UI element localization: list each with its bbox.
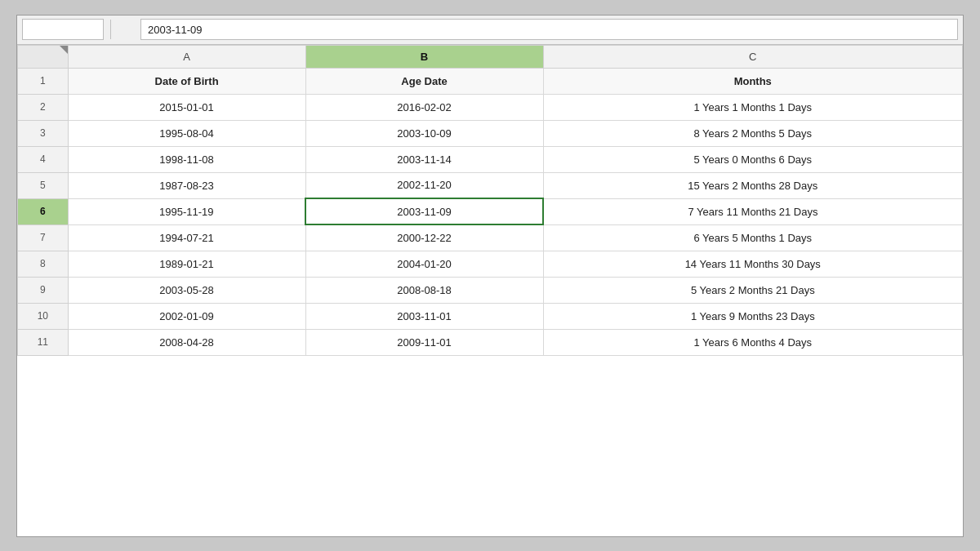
col-a-cell[interactable]: 1998-11-08: [68, 146, 305, 172]
col-c-cell[interactable]: 1 Years 6 Months 4 Days: [543, 329, 962, 355]
col-b-cell[interactable]: 2003-11-01: [305, 303, 543, 329]
table-row: 31995-08-042003-10-098 Years 2 Months 5 …: [18, 120, 963, 146]
col-b-cell[interactable]: 2008-08-18: [305, 277, 543, 303]
table-row: 92003-05-282008-08-185 Years 2 Months 21…: [18, 277, 963, 303]
row-number: 4: [18, 146, 69, 172]
col-a-cell[interactable]: 1989-01-21: [68, 251, 305, 277]
table-row: 61995-11-192003-11-097 Years 11 Months 2…: [18, 198, 963, 224]
row-number: 8: [18, 251, 69, 277]
col-b-cell[interactable]: 2000-12-22: [305, 224, 543, 251]
col-b-cell[interactable]: 2009-11-01: [305, 329, 543, 355]
col-c-cell[interactable]: 5 Years 2 Months 21 Days: [543, 277, 962, 303]
col-c-cell[interactable]: 1 Years 1 Months 1 Days: [543, 94, 962, 120]
row-number: 9: [18, 277, 69, 303]
col-a-cell[interactable]: 1995-08-04: [68, 120, 305, 146]
spreadsheet-body: 1Date of BirthAge DateMonths22015-01-012…: [18, 68, 963, 355]
spreadsheet-area: A B C 1Date of BirthAge DateMonths22015-…: [17, 45, 963, 536]
row-number: 6: [18, 198, 69, 224]
col-a-cell[interactable]: 2008-04-28: [68, 329, 305, 355]
col-header-c[interactable]: C: [543, 45, 962, 68]
table-row: 112008-04-282009-11-011 Years 6 Months 4…: [18, 329, 963, 355]
table-row: 102002-01-092003-11-011 Years 9 Months 2…: [18, 303, 963, 329]
table-row: 1Date of BirthAge DateMonths: [18, 68, 963, 94]
col-c-cell[interactable]: Months: [543, 68, 962, 94]
excel-window: A B C 1Date of BirthAge DateMonths22015-…: [16, 15, 964, 537]
cell-reference-box[interactable]: [22, 19, 104, 40]
col-b-cell[interactable]: Age Date: [305, 68, 543, 94]
col-a-cell[interactable]: 2015-01-01: [68, 94, 305, 120]
col-a-cell[interactable]: Date of Birth: [68, 68, 305, 94]
table-row: 22015-01-012016-02-021 Years 1 Months 1 …: [18, 94, 963, 120]
col-c-cell[interactable]: 7 Years 11 Months 21 Days: [543, 198, 962, 224]
formula-bar-separator: [110, 20, 111, 39]
col-b-cell[interactable]: 2002-11-20: [305, 172, 543, 198]
column-header-row: A B C: [18, 45, 963, 68]
col-a-cell[interactable]: 1995-11-19: [68, 198, 305, 224]
row-number: 3: [18, 120, 69, 146]
col-c-cell[interactable]: 1 Years 9 Months 23 Days: [543, 303, 962, 329]
col-a-cell[interactable]: 1994-07-21: [68, 224, 305, 251]
col-b-cell[interactable]: 2003-11-09: [305, 198, 543, 224]
formula-bar: [17, 16, 963, 45]
col-b-cell[interactable]: 2003-10-09: [305, 120, 543, 146]
row-number: 11: [18, 329, 69, 355]
spreadsheet-table: A B C 1Date of BirthAge DateMonths22015-…: [17, 45, 963, 356]
table-row: 41998-11-082003-11-145 Years 0 Months 6 …: [18, 146, 963, 172]
col-b-cell[interactable]: 2004-01-20: [305, 251, 543, 277]
formula-input[interactable]: [140, 19, 958, 40]
col-a-cell[interactable]: 2002-01-09: [68, 303, 305, 329]
row-number: 2: [18, 94, 69, 120]
col-header-b[interactable]: B: [305, 45, 543, 68]
row-number: 1: [18, 68, 69, 94]
col-c-cell[interactable]: 15 Years 2 Months 28 Days: [543, 172, 962, 198]
table-row: 71994-07-212000-12-226 Years 5 Months 1 …: [18, 224, 963, 251]
col-c-cell[interactable]: 14 Years 11 Months 30 Days: [543, 251, 962, 277]
table-row: 51987-08-232002-11-2015 Years 2 Months 2…: [18, 172, 963, 198]
col-c-cell[interactable]: 8 Years 2 Months 5 Days: [543, 120, 962, 146]
col-b-cell[interactable]: 2016-02-02: [305, 94, 543, 120]
corner-header: [18, 45, 69, 68]
col-b-cell[interactable]: 2003-11-14: [305, 146, 543, 172]
col-a-cell[interactable]: 2003-05-28: [68, 277, 305, 303]
col-header-a[interactable]: A: [68, 45, 305, 68]
row-number: 7: [18, 224, 69, 251]
table-row: 81989-01-212004-01-2014 Years 11 Months …: [18, 251, 963, 277]
col-c-cell[interactable]: 6 Years 5 Months 1 Days: [543, 224, 962, 251]
row-number: 10: [18, 303, 69, 329]
col-c-cell[interactable]: 5 Years 0 Months 6 Days: [543, 146, 962, 172]
col-a-cell[interactable]: 1987-08-23: [68, 172, 305, 198]
row-number: 5: [18, 172, 69, 198]
